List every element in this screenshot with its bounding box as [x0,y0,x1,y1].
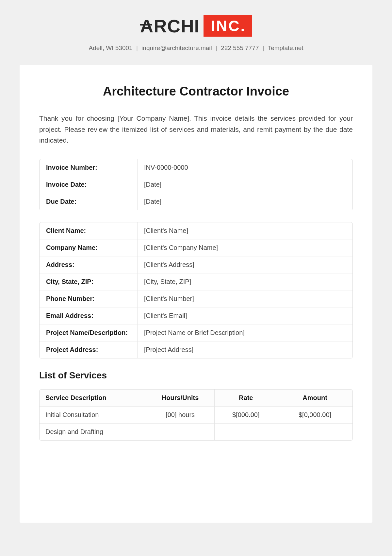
meta-label: Project Name/Description: [40,324,138,341]
logo-text-right: INC. [204,15,252,37]
contact-phone: 222 555 7777 [221,44,259,51]
invoice-meta-table: Invoice Number: INV-0000-0000 Invoice Da… [39,159,353,210]
table-row: Invoice Number: INV-0000-0000 [40,159,352,176]
contact-line: Adell, WI 53001 | inquire@architecture.m… [0,44,392,52]
table-row: Project Address: [Project Address] [40,341,352,358]
table-row: Company Name: [Client's Company Name] [40,239,352,256]
table-row: Email Address: [Client's Email] [40,307,352,324]
cell-amount [277,424,352,440]
meta-value: [City, State, ZIP] [138,273,352,290]
table-row: Design and Drafting [40,424,352,440]
cell-desc: Initial Consultation [40,407,146,424]
intro-text: Thank you for choosing [Your Company Nam… [39,113,353,146]
contact-email: inquire@architecture.mail [141,44,212,51]
table-row: City, State, ZIP: [City, State, ZIP] [40,273,352,290]
cell-rate [215,424,277,440]
cell-hours: [00] hours [146,407,215,424]
meta-value: [Project Name or Brief Description] [138,324,352,341]
services-heading: List of Services [39,370,353,381]
contact-site: Template.net [268,44,303,51]
cell-rate: $[000.00] [215,407,277,424]
divider: | [136,44,138,51]
divider: | [263,44,264,51]
contact-address: Adell, WI 53001 [89,44,132,51]
table-row: Client Name: [Client's Name] [40,222,352,239]
logo-text-left: ARCHI [140,15,200,37]
table-row: Phone Number: [Client's Number] [40,290,352,307]
table-row: Invoice Date: [Date] [40,176,352,193]
table-row: Address: [Client's Address] [40,256,352,273]
meta-value: [Client's Address] [138,256,352,273]
meta-value: [Date] [138,193,352,210]
meta-value: [Client's Number] [138,290,352,307]
meta-label: Company Name: [40,239,138,256]
meta-label: Invoice Number: [40,159,138,176]
table-header-row: Service Description Hours/Units Rate Amo… [40,390,352,407]
meta-value: INV-0000-0000 [138,159,352,176]
meta-label: Client Name: [40,222,138,239]
meta-label: Project Address: [40,341,138,358]
table-row: Initial Consultation [00] hours $[000.00… [40,407,352,424]
cell-desc: Design and Drafting [40,424,146,440]
document-body: Architecture Contractor Invoice Thank yo… [20,65,372,523]
meta-value: [Client's Company Name] [138,239,352,256]
cell-hours [146,424,215,440]
col-header-hours: Hours/Units [146,390,215,407]
meta-label: City, State, ZIP: [40,273,138,290]
meta-value: [Client's Name] [138,222,352,239]
logo: ARCHI INC. [140,13,252,39]
page-title: Architecture Contractor Invoice [39,84,353,98]
meta-value: [Client's Email] [138,307,352,324]
meta-label: Email Address: [40,307,138,324]
col-header-rate: Rate [215,390,277,407]
meta-value: [Project Address] [138,341,352,358]
table-row: Project Name/Description: [Project Name … [40,324,352,341]
meta-label: Invoice Date: [40,176,138,193]
meta-label: Address: [40,256,138,273]
letterhead: ARCHI INC. Adell, WI 53001 | inquire@arc… [0,0,392,61]
col-header-amount: Amount [277,390,352,407]
meta-label: Due Date: [40,193,138,210]
client-meta-table: Client Name: [Client's Name] Company Nam… [39,222,353,358]
services-table: Service Description Hours/Units Rate Amo… [39,389,353,441]
meta-label: Phone Number: [40,290,138,307]
divider: | [216,44,217,51]
table-row: Due Date: [Date] [40,193,352,210]
col-header-desc: Service Description [40,390,146,407]
meta-value: [Date] [138,176,352,193]
cell-amount: $[0,000.00] [277,407,352,424]
